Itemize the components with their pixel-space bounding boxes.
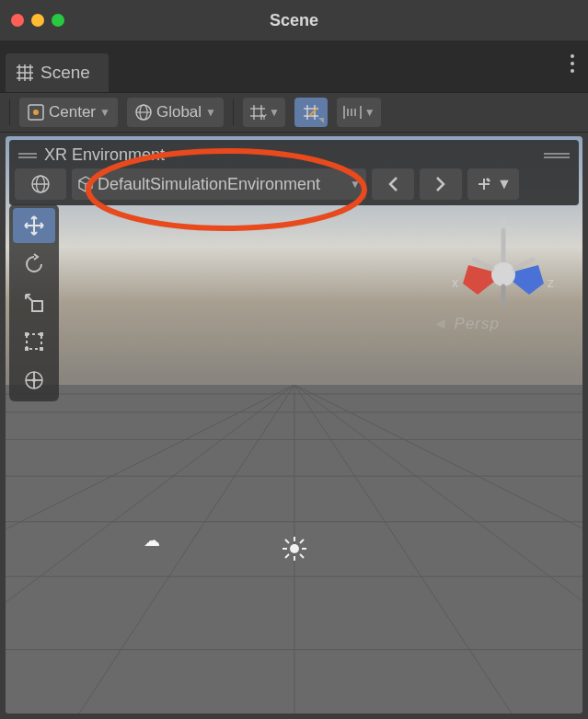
chevron-down-icon: ▼: [364, 106, 375, 119]
svg-rect-52: [25, 332, 29, 336]
globe-icon: [30, 174, 51, 194]
tab-scene-label: Scene: [40, 63, 90, 83]
svg-line-36: [79, 385, 294, 713]
edit-pencil-icon: [475, 175, 493, 193]
svg-point-6: [571, 54, 574, 58]
svg-point-10: [33, 110, 39, 115]
particle-icon[interactable]: ☁: [144, 530, 160, 551]
move-tool-button[interactable]: [13, 208, 55, 243]
scene-viewport[interactable]: XR Environment DefaultSimulationEnvironm…: [6, 136, 582, 713]
svg-line-39: [294, 385, 512, 713]
edit-environment-button[interactable]: ▼: [467, 168, 519, 200]
svg-point-7: [571, 62, 574, 65]
scene-toolbar: Center ▼ Global ▼ Y ▼ ▼: [0, 92, 588, 133]
gizmo-y-label: y: [501, 213, 507, 227]
rotate-tool-button[interactable]: [13, 247, 55, 282]
svg-text:Y: Y: [261, 112, 267, 122]
transform-tool-icon: [22, 368, 46, 392]
svg-line-75: [300, 539, 304, 543]
grid-icon: [17, 64, 33, 81]
grid-snap-toggle-button[interactable]: [294, 98, 328, 127]
increment-snap-button[interactable]: ▼: [337, 98, 381, 127]
move-tool-icon: [22, 214, 46, 238]
chevron-down-icon: ▼: [497, 176, 512, 192]
gizmo-z-label: z: [548, 275, 554, 290]
xr-environment-overlay: XR Environment DefaultSimulationEnvironm…: [9, 140, 579, 205]
svg-line-40: [294, 385, 582, 713]
window-titlebar: Scene: [0, 0, 588, 41]
xr-overlay-title: XR Environment: [44, 145, 165, 165]
gizmo-x-label: x: [452, 275, 458, 290]
svg-rect-51: [27, 334, 41, 349]
minimize-window-button[interactable]: [31, 14, 44, 27]
svg-rect-55: [40, 347, 43, 351]
pivot-mode-button[interactable]: Center ▼: [19, 98, 118, 127]
svg-rect-54: [25, 347, 29, 351]
toolbar-separator: [9, 99, 10, 125]
transform-tool-button[interactable]: [13, 363, 55, 398]
chevron-right-icon: [434, 176, 447, 192]
tab-scene[interactable]: Scene: [6, 53, 109, 92]
chevron-down-icon: ▼: [205, 106, 216, 119]
svg-point-63: [491, 262, 515, 286]
prev-environment-button[interactable]: [372, 168, 414, 200]
grid-snap-y-icon: Y: [248, 103, 267, 122]
chevron-down-icon: ▼: [269, 106, 280, 119]
tab-menu-button[interactable]: [570, 53, 575, 77]
scale-tool-icon: [22, 291, 46, 315]
environment-name: DefaultSimulationEnvironment: [98, 175, 320, 194]
camera-projection-label[interactable]: Persp: [432, 315, 500, 333]
environment-dropdown[interactable]: DefaultSimulationEnvironment ▼: [72, 168, 366, 200]
scale-tool-button[interactable]: [13, 285, 55, 320]
toolbar-separator: [233, 99, 234, 125]
rect-tool-button[interactable]: [13, 324, 55, 359]
drag-handle-icon[interactable]: [18, 153, 37, 158]
globe-icon: [134, 103, 153, 122]
svg-line-72: [285, 539, 289, 543]
svg-rect-53: [40, 332, 43, 336]
pivot-icon: [27, 103, 45, 122]
space-mode-label: Global: [156, 103, 202, 122]
close-window-button[interactable]: [11, 14, 24, 27]
maximize-window-button[interactable]: [52, 14, 64, 27]
chevron-down-icon: ▼: [350, 178, 361, 191]
directional-light-icon[interactable]: [282, 536, 307, 565]
grid-snap-increment-icon: [302, 103, 320, 122]
xr-overlay-header[interactable]: XR Environment: [15, 144, 573, 168]
svg-line-73: [300, 554, 304, 558]
scene-tools-toolbar: [9, 204, 59, 401]
pivot-mode-label: Center: [49, 103, 96, 122]
svg-point-59: [32, 378, 36, 382]
tab-bar: Scene: [0, 41, 588, 92]
chevron-down-icon: ▼: [99, 106, 110, 119]
window-controls: [11, 14, 64, 27]
svg-line-41: [294, 385, 582, 713]
svg-rect-50: [32, 301, 42, 311]
xr-world-button[interactable]: [15, 168, 66, 200]
next-environment-button[interactable]: [420, 168, 462, 200]
drag-handle-icon[interactable]: [544, 153, 570, 158]
grid-snap-edge-icon: [342, 104, 363, 121]
svg-point-8: [571, 69, 574, 73]
svg-point-67: [290, 544, 299, 553]
prefab-icon: [77, 176, 94, 192]
rotate-tool-icon: [22, 252, 46, 276]
rect-tool-icon: [22, 330, 46, 354]
space-mode-button[interactable]: Global ▼: [127, 98, 224, 127]
grid-snap-y-button[interactable]: Y ▼: [243, 98, 285, 127]
window-title: Scene: [0, 11, 588, 30]
dropdown-corner-icon: [318, 118, 324, 123]
chevron-left-icon: [386, 176, 399, 192]
svg-line-74: [285, 554, 289, 558]
